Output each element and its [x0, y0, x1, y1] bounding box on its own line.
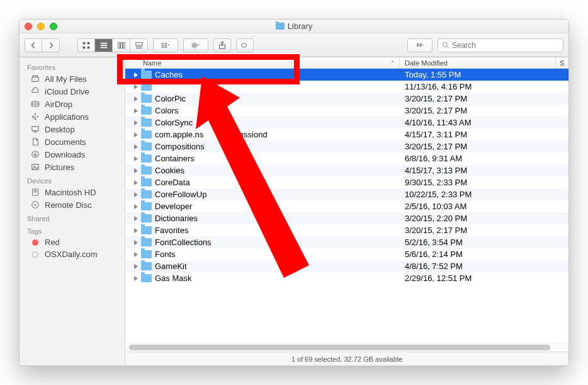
status-bar: 1 of 69 selected, 32.72 GB available — [125, 352, 568, 365]
horizontal-scrollbar[interactable] — [125, 343, 568, 352]
disclosure-triangle-icon[interactable] — [134, 264, 138, 269]
cell-date: 6/8/16, 9:31 AM — [400, 154, 556, 163]
column-size[interactable]: S — [556, 57, 568, 68]
file-row[interactable]: Developer2/5/16, 10:03 AM — [125, 200, 568, 212]
forward-button[interactable] — [42, 38, 60, 52]
disclosure-triangle-icon[interactable] — [134, 108, 138, 113]
disclosure-triangle-icon[interactable] — [134, 276, 138, 281]
folder-icon — [276, 23, 285, 30]
sidebar-item[interactable]: iCloud Drive — [20, 85, 125, 98]
minimize-button[interactable] — [37, 23, 45, 30]
toolbar — [20, 33, 568, 57]
disclosure-triangle-icon[interactable] — [134, 120, 138, 125]
disclosure-triangle-icon[interactable] — [134, 204, 138, 209]
sidebar-item[interactable]: Downloads — [20, 148, 125, 161]
disclosure-triangle-icon[interactable] — [134, 192, 138, 197]
file-row[interactable]: Gas Mask2/29/16, 12:51 PM — [125, 272, 568, 284]
column-date[interactable]: Date Modified — [400, 57, 556, 68]
window-title: Library — [20, 21, 568, 31]
file-name: Developer — [155, 202, 192, 211]
sidebar-item[interactable]: Documents — [20, 135, 125, 148]
sidebar-item[interactable]: Remote Disc — [20, 198, 125, 211]
svg-rect-30 — [32, 127, 39, 131]
svg-rect-13 — [162, 43, 164, 43]
file-row[interactable]: ColorSync4/10/16, 11:43 AM — [125, 117, 568, 129]
file-name: CoreFollowUp — [155, 190, 206, 199]
tags-button[interactable] — [236, 38, 254, 52]
disclosure-triangle-icon[interactable] — [134, 180, 138, 185]
sidebar-tag-item[interactable]: Red — [20, 236, 125, 248]
folder-icon — [141, 142, 152, 151]
file-row[interactable]: Dictionaries3/20/15, 2:20 PM — [125, 212, 568, 224]
file-row[interactable]: Fonts5/6/16, 2:14 PM — [125, 248, 568, 260]
file-row[interactable]: GameKit4/8/16, 7:52 PM — [125, 260, 568, 272]
close-button[interactable] — [25, 23, 32, 30]
file-row[interactable]: com.apple.nssessiond4/15/17, 3:11 PM — [125, 129, 568, 141]
file-row[interactable]: Containers6/8/16, 9:31 AM — [125, 152, 568, 164]
file-row[interactable]: CachesToday, 1:55 PM — [125, 69, 568, 81]
disclosure-triangle-icon[interactable] — [134, 132, 138, 137]
file-name: Compositions — [155, 142, 205, 151]
file-row[interactable]: CoreData9/30/15, 2:33 PM — [125, 176, 568, 188]
cell-date: 3/20/15, 2:17 PM — [400, 106, 556, 115]
sidebar-item-label: Macintosh HD — [45, 188, 96, 197]
folder-icon — [141, 226, 152, 234]
search-icon — [442, 42, 449, 49]
file-row[interactable]: CoreFollowUp10/22/15, 2:33 PM — [125, 188, 568, 200]
column-view-button[interactable] — [113, 38, 130, 52]
disclosure-triangle-icon[interactable] — [134, 144, 138, 149]
disclosure-triangle-icon[interactable] — [134, 252, 138, 257]
svg-rect-25 — [32, 77, 39, 81]
file-row[interactable]: ColorPic3/20/15, 2:17 PM — [125, 93, 568, 105]
folder-icon — [141, 238, 152, 246]
disclosure-triangle-icon[interactable] — [134, 216, 138, 221]
svg-rect-22 — [241, 43, 246, 47]
column-name[interactable]: Name⌃ — [125, 57, 400, 68]
folder-icon — [141, 166, 152, 175]
dropbox-button[interactable] — [407, 38, 433, 52]
disclosure-triangle-icon[interactable] — [134, 96, 138, 101]
file-row[interactable]: Colors3/20/15, 2:17 PM — [125, 105, 568, 117]
folder-icon — [141, 154, 152, 163]
search-field[interactable] — [438, 38, 563, 52]
disclosure-triangle-icon[interactable] — [134, 240, 138, 245]
file-row[interactable]: 11/13/16, 4:16 PM — [125, 81, 568, 93]
list-view-button[interactable] — [95, 38, 113, 52]
cell-name: com.apple.nssessiond — [125, 130, 400, 139]
folder-icon — [141, 262, 152, 270]
list-rows: CachesToday, 1:55 PM11/13/16, 4:16 PMCol… — [125, 69, 568, 352]
search-input[interactable] — [452, 41, 559, 50]
sidebar-tag-item[interactable]: OSXDaily.com — [20, 248, 125, 260]
sidebar-item[interactable]: All My Files — [20, 72, 125, 85]
svg-point-38 — [35, 204, 37, 206]
disclosure-triangle-icon[interactable] — [134, 156, 138, 161]
zoom-button[interactable] — [50, 23, 57, 30]
sidebar-item[interactable]: AirDrop — [20, 98, 125, 110]
traffic-lights — [25, 23, 57, 30]
disclosure-triangle-icon[interactable] — [134, 84, 138, 89]
file-row[interactable]: FontCollections5/2/16, 3:54 PM — [125, 236, 568, 248]
sidebar-item[interactable]: Pictures — [20, 161, 125, 173]
svg-rect-26 — [33, 76, 38, 78]
file-row[interactable]: Favorites3/20/15, 2:17 PM — [125, 224, 568, 236]
sidebar-item[interactable]: Desktop — [20, 123, 125, 135]
sidebar-item[interactable]: AApplications — [20, 110, 125, 123]
file-row[interactable]: Cookies4/15/17, 3:13 PM — [125, 164, 568, 176]
coverflow-view-button[interactable] — [130, 38, 148, 52]
disclosure-triangle-icon[interactable] — [134, 168, 138, 173]
action-button[interactable] — [183, 38, 208, 52]
back-button[interactable] — [25, 38, 42, 52]
cell-name: GameKit — [125, 261, 400, 271]
status-text: 1 of 69 selected, 32.72 GB available — [291, 355, 403, 363]
disclosure-triangle-icon[interactable] — [134, 228, 138, 233]
sidebar-item[interactable]: Macintosh HD — [20, 186, 125, 198]
arrange-button[interactable] — [153, 38, 178, 52]
sidebar-item-label: Pictures — [45, 163, 74, 172]
disclosure-triangle-icon[interactable] — [134, 72, 138, 78]
icon-view-button[interactable] — [77, 38, 95, 52]
svg-rect-12 — [135, 47, 142, 48]
share-button[interactable] — [213, 38, 231, 52]
cell-date: 3/20/15, 2:20 PM — [400, 214, 556, 223]
file-name: GameKit — [155, 261, 187, 271]
file-row[interactable]: Compositions3/20/15, 2:17 PM — [125, 141, 568, 152]
